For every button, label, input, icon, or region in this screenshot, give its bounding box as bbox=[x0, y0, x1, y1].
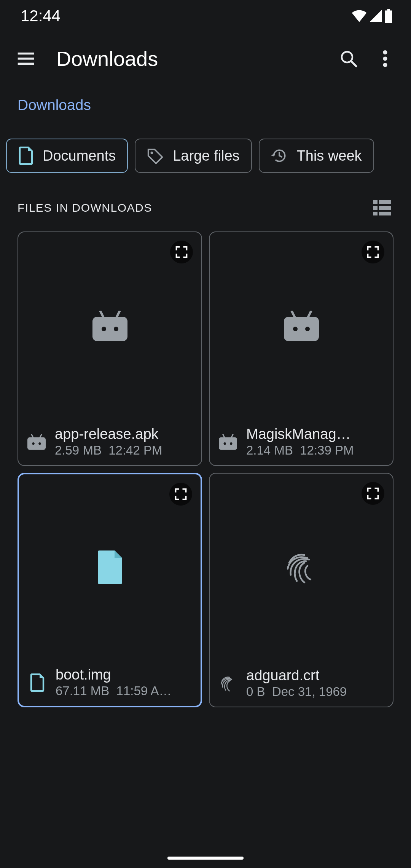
file-footer: MagiskManag… 2.14 MB 12:39 PM bbox=[210, 421, 393, 465]
filter-chip-this-week[interactable]: This week bbox=[259, 139, 374, 173]
files-grid: app-release.apk 2.59 MB 12:42 PM bbox=[0, 231, 411, 707]
svg-rect-1 bbox=[18, 57, 34, 59]
overflow-menu-button[interactable] bbox=[367, 40, 403, 77]
file-preview bbox=[18, 232, 201, 421]
menu-button[interactable] bbox=[8, 40, 44, 77]
file-icon bbox=[95, 549, 125, 587]
svg-rect-2 bbox=[18, 63, 34, 65]
file-name: MagiskManag… bbox=[246, 426, 385, 442]
svg-point-23 bbox=[32, 442, 35, 445]
android-icon bbox=[284, 311, 319, 343]
document-icon bbox=[18, 147, 33, 165]
expand-icon bbox=[174, 487, 188, 501]
expand-preview-button[interactable] bbox=[362, 482, 384, 505]
file-meta: 2.14 MB 12:39 PM bbox=[246, 443, 385, 458]
app-bar: Downloads bbox=[0, 32, 411, 85]
svg-rect-15 bbox=[92, 317, 127, 341]
svg-rect-9 bbox=[373, 200, 378, 204]
tag-icon bbox=[147, 147, 164, 164]
svg-point-19 bbox=[114, 327, 118, 331]
file-name: boot.img bbox=[56, 667, 193, 683]
expand-preview-button[interactable] bbox=[170, 241, 193, 263]
file-meta: 0 B Dec 31, 1969 bbox=[246, 685, 385, 699]
svg-rect-25 bbox=[284, 317, 319, 341]
svg-rect-10 bbox=[379, 200, 391, 204]
svg-point-34 bbox=[230, 442, 232, 445]
chip-label: Documents bbox=[43, 148, 116, 164]
svg-point-6 bbox=[383, 57, 387, 61]
search-icon bbox=[339, 49, 358, 68]
wifi-icon bbox=[352, 10, 367, 22]
filter-chips: Documents Large files This week bbox=[0, 123, 411, 180]
file-preview bbox=[210, 232, 393, 421]
filter-chip-documents[interactable]: Documents bbox=[6, 139, 128, 173]
file-card[interactable]: app-release.apk 2.59 MB 12:42 PM bbox=[18, 231, 202, 466]
svg-point-28 bbox=[293, 327, 298, 331]
list-view-icon bbox=[373, 200, 391, 215]
file-meta: 2.59 MB 12:42 PM bbox=[55, 443, 194, 458]
more-vert-icon bbox=[383, 50, 387, 67]
page-title: Downloads bbox=[56, 47, 330, 70]
svg-point-24 bbox=[38, 442, 41, 445]
svg-point-5 bbox=[383, 50, 387, 54]
svg-rect-12 bbox=[379, 206, 391, 210]
file-footer-text: MagiskManag… 2.14 MB 12:39 PM bbox=[246, 426, 385, 458]
expand-icon bbox=[175, 245, 188, 259]
status-time: 12:44 bbox=[21, 7, 61, 25]
file-name: app-release.apk bbox=[55, 426, 194, 442]
svg-rect-11 bbox=[373, 206, 378, 210]
hamburger-icon bbox=[18, 53, 34, 65]
fingerprint-icon bbox=[283, 549, 320, 587]
svg-rect-13 bbox=[373, 212, 378, 215]
svg-rect-20 bbox=[27, 437, 46, 450]
chip-label: This week bbox=[297, 148, 362, 164]
section-header-label: FILES IN DOWNLOADS bbox=[18, 201, 152, 214]
filter-chip-large-files[interactable]: Large files bbox=[135, 139, 252, 173]
expand-preview-button[interactable] bbox=[169, 483, 192, 506]
file-footer: adguard.crt 0 B Dec 31, 1969 bbox=[210, 662, 393, 707]
file-card[interactable]: boot.img 67.11 MB 11:59 A… bbox=[18, 473, 202, 707]
chip-label: Large files bbox=[173, 148, 239, 164]
file-footer: app-release.apk 2.59 MB 12:42 PM bbox=[18, 421, 201, 465]
file-card[interactable]: MagiskManag… 2.14 MB 12:39 PM bbox=[209, 231, 393, 466]
file-preview bbox=[19, 474, 201, 661]
status-icons bbox=[352, 9, 393, 23]
svg-rect-14 bbox=[379, 212, 391, 215]
file-preview bbox=[210, 474, 393, 662]
android-icon bbox=[92, 311, 127, 343]
svg-point-7 bbox=[383, 63, 387, 67]
svg-point-29 bbox=[305, 327, 310, 331]
android-icon bbox=[26, 431, 47, 453]
svg-point-18 bbox=[102, 327, 106, 331]
android-icon bbox=[217, 431, 239, 453]
status-bar: 12:44 bbox=[0, 0, 411, 32]
file-footer-text: adguard.crt 0 B Dec 31, 1969 bbox=[246, 667, 385, 699]
expand-preview-button[interactable] bbox=[362, 241, 384, 263]
file-card[interactable]: adguard.crt 0 B Dec 31, 1969 bbox=[209, 473, 393, 707]
file-footer-text: boot.img 67.11 MB 11:59 A… bbox=[56, 667, 193, 698]
svg-rect-30 bbox=[219, 437, 237, 450]
breadcrumb[interactable]: Downloads bbox=[0, 85, 411, 123]
battery-icon bbox=[384, 9, 393, 23]
expand-icon bbox=[366, 245, 380, 259]
view-toggle-button[interactable] bbox=[371, 196, 393, 219]
file-meta: 67.11 MB 11:59 A… bbox=[56, 684, 193, 698]
history-icon bbox=[271, 147, 288, 164]
svg-point-8 bbox=[151, 152, 153, 154]
svg-line-4 bbox=[351, 61, 356, 66]
nav-bar-pill[interactable] bbox=[167, 857, 244, 860]
file-icon bbox=[27, 672, 48, 693]
svg-rect-0 bbox=[18, 53, 34, 54]
expand-icon bbox=[366, 487, 380, 500]
svg-point-33 bbox=[224, 442, 226, 445]
file-footer: boot.img 67.11 MB 11:59 A… bbox=[19, 661, 201, 706]
fingerprint-icon bbox=[217, 673, 239, 694]
cell-signal-icon bbox=[369, 10, 382, 22]
file-footer-text: app-release.apk 2.59 MB 12:42 PM bbox=[55, 426, 194, 458]
search-button[interactable] bbox=[330, 40, 367, 77]
file-name: adguard.crt bbox=[246, 667, 385, 684]
section-header: FILES IN DOWNLOADS bbox=[0, 180, 411, 231]
